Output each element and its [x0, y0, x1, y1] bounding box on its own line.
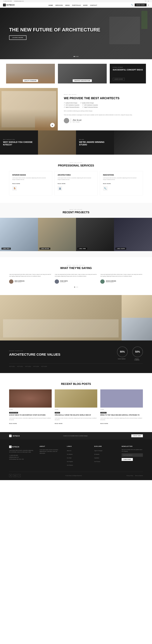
phone-number: +1 (844) 000-0000 [3, 0, 12, 2]
menu-icon[interactable]: ≡ [148, 4, 149, 6]
gallery-main-image [0, 295, 122, 340]
architects-text-1: We're committed to delivering eye-catchi… [64, 110, 146, 112]
footer-explore-types[interactable]: Types of Designs [94, 450, 102, 451]
play-button[interactable] [50, 123, 55, 128]
t-dot-1[interactable] [74, 287, 75, 288]
signature-info: Jim Scott CEO / Founder [72, 119, 82, 122]
footer-copyright: © 2023 Kitecx. All Rights Reserved. [65, 475, 82, 476]
blog-section: NEWS & ARTICLES RECENT BLOG POSTS 22 APR… [0, 373, 152, 432]
blog-link-1[interactable]: READ MORE [9, 423, 17, 424]
project-2[interactable]: LABEL SECOND [38, 218, 76, 251]
service-link-1[interactable]: READ MORE [12, 183, 20, 184]
why-title-2: WE'RE AWARD WINNING STUDIO [79, 141, 111, 146]
hero-dot-1[interactable] [74, 56, 75, 57]
services-section: WHAT WE DOING PROFESSIONAL SERVICES INTE… [0, 155, 152, 203]
book-now-button[interactable]: Book Now [135, 4, 146, 6]
core-hashtags: #STYLE01 #STYLE02 #STYLE03 #STYLE04 #STY… [9, 364, 143, 367]
footer: K KITECX Lorem ipsum dolor sit amet, con… [0, 440, 152, 480]
footer-link-about[interactable]: About Us [67, 450, 71, 451]
terms-link[interactable]: Terms of Service [135, 475, 143, 476]
nav-home[interactable]: Home [48, 4, 53, 6]
project-1[interactable]: LABEL FIRST [0, 218, 38, 251]
nav-services[interactable]: Services [55, 4, 63, 6]
feature-label-1-text: QUALITY STANDARD [25, 80, 36, 81]
blog-link-3[interactable]: READ MORE [100, 423, 108, 424]
hero-cta-button[interactable]: LEARN MORE [9, 36, 26, 40]
blog-post-title-1: 16 EASY IDEAS TO USE EVERYDAY STUFF IN K… [9, 414, 52, 416]
author-info-2: ROSE SMITH Art Director [60, 280, 68, 283]
footer-top: K KITECX Lorem ipsum dolor sit amet, con… [9, 446, 143, 467]
author-1: MIKE HARRISON CEO / Director [9, 280, 52, 284]
hero-content: THE NEW FUTURE OF ARCHITECTURE LEARN MOR… [9, 27, 100, 40]
author-info-1: MIKE HARRISON CEO / Director [15, 280, 25, 283]
core-title: ARCHITECTURE CORE VALUES [9, 352, 105, 356]
nav-news[interactable]: News [65, 4, 70, 6]
hero-dot-3[interactable] [77, 56, 78, 57]
author-name-3: JESSICA BROWN [106, 280, 116, 282]
footer-link-projects[interactable]: Our Projects [67, 461, 73, 462]
testimonial-text-3: I was very impressed by the kitecx inter… [100, 274, 143, 277]
footer-instagram-icon[interactable]: ◎ [13, 474, 16, 477]
blog-date-2: 20 APR [55, 409, 97, 410]
nav-contact[interactable]: Contact [90, 4, 97, 6]
project-4[interactable]: LABEL FOURTH [114, 218, 152, 251]
search-icon[interactable]: 🔍 [131, 4, 133, 6]
footer-link-team[interactable]: Our Team [67, 458, 71, 458]
feature-dark-button[interactable]: LEARN MORE [113, 78, 125, 80]
testimonial-2: I was very impressed by the kitecx inter… [55, 274, 97, 284]
core-stat-2: 50% Projects Completed [132, 346, 143, 360]
footer-bar-button[interactable]: BOOK NOW [131, 434, 143, 437]
blog-link-2[interactable]: READ MORE [55, 423, 63, 424]
core-layout: BRAND OVERVIEW ARCHITECTURE CORE VALUES … [9, 346, 143, 360]
footer-link-mission[interactable]: Our Mission [67, 454, 72, 455]
service-title-3: RENOVATIONS [103, 174, 140, 176]
footer-social: 𝕏 ◎ f [9, 474, 21, 477]
nav-more[interactable]: More [83, 4, 88, 6]
project-3[interactable]: LABEL THIRD [76, 218, 114, 251]
why-section: WHY SHOULD YOU WHY SHOULD YOU CHOOSE KIT… [0, 130, 152, 155]
core-label-2: Projects Completed [132, 358, 141, 360]
projects-section: WHAT WE DOING RECENT PROJECTS LABEL FIRS… [0, 203, 152, 257]
twitter-icon[interactable]: 𝕏 [145, 0, 146, 2]
blog-post-1: 22 APR ARCHITECTURE 16 EASY IDEAS TO USE… [9, 390, 52, 424]
footer-explore-inspiration[interactable]: Inspiration [94, 458, 99, 458]
footer-twitter-icon[interactable]: 𝕏 [9, 474, 12, 477]
footer-explore-process[interactable]: Our Process [94, 461, 100, 462]
service-link-3[interactable]: READ MORE [103, 183, 111, 184]
service-card-2: ARCHITECTURES Lorem ipsum dolor sit amet… [54, 171, 97, 196]
nav-portfolio[interactable]: Portfolio [72, 4, 81, 6]
why-box-2: WE ARE WE'RE AWARD WINNING STUDIO [76, 130, 114, 155]
why-box-1: WHY SHOULD YOU WHY SHOULD YOU CHOOSE KIT… [0, 130, 38, 155]
logo: K KITECX [3, 4, 15, 6]
testimonial-3: I was very impressed by the kitecx inter… [100, 274, 143, 284]
architects-title: WE PROVIDE THE BEST ARCHITECTS [64, 96, 146, 100]
feature-box-1: QUALITY STANDARD [6, 64, 55, 84]
footer-about-text: Lorem ipsum dolor sit amet consectetur a… [40, 449, 61, 454]
core-hashtag-3: #STYLE03 [25, 366, 31, 367]
blog-tag: NEWS & ARTICLES [9, 380, 143, 382]
privacy-policy-link[interactable]: Privacy Policy [126, 475, 133, 476]
footer-logo: K KITECX [9, 446, 33, 448]
why-box-img-1 [38, 130, 76, 155]
core-section: BRAND OVERVIEW ARCHITECTURE CORE VALUES … [0, 340, 152, 373]
feature-label-2: SMARTEST ARCHITECTURE [73, 79, 92, 82]
service-link-2[interactable]: READ MORE [58, 183, 65, 184]
instagram-icon[interactable]: ◎ [148, 0, 149, 2]
footer-explore-models[interactable]: 3D Models [94, 454, 99, 455]
footer-address: 200 Broadway, New York, USA [9, 458, 33, 460]
hero-dot-2[interactable] [75, 56, 77, 57]
service-title-2: ARCHITECTURES [58, 174, 94, 176]
core-hashtag-5: #STYLE05 [41, 366, 47, 367]
footer-facebook-icon[interactable]: f [18, 474, 21, 477]
newsletter-button[interactable]: SUBSCRIBE [122, 458, 133, 461]
t-dot-3[interactable] [77, 287, 78, 288]
blog-image-2 [55, 390, 97, 408]
facebook-icon[interactable]: f [147, 0, 147, 2]
t-dot-2[interactable] [76, 287, 77, 288]
newsletter-input[interactable] [122, 453, 143, 457]
projects-title: RECENT PROJECTS [0, 211, 152, 214]
footer-link-partners[interactable]: Our Partners [67, 465, 73, 466]
footer-explore-col: Explore Types of Designs 3D Models Inspi… [94, 446, 116, 467]
blog-category-1: ARCHITECTURE [9, 412, 18, 414]
blog-category-2: DESIGN [55, 412, 60, 414]
